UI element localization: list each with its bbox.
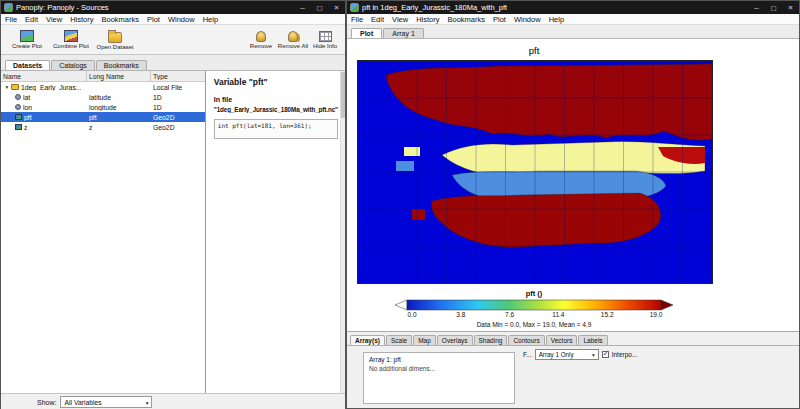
table-empty-area: [1, 132, 205, 393]
open-dataset-icon: [108, 32, 122, 43]
tab-datasets[interactable]: Datasets: [5, 60, 50, 70]
row-name: z: [24, 124, 27, 131]
sources-toolbar: Create Plot Combine Plot Open Dataset Re…: [1, 25, 345, 55]
scrollbar[interactable]: [340, 71, 345, 393]
plot-controls-tabs: Array(s) Scale Map Overlays Shading Cont…: [347, 332, 799, 346]
paleogeography-map: [358, 61, 712, 283]
land-island: [396, 161, 414, 171]
menu-window[interactable]: Window: [164, 15, 199, 24]
variable-1d-icon: [15, 104, 21, 110]
combine-plot-button[interactable]: Combine Plot: [49, 30, 93, 49]
colorbar-block: pft (): [357, 289, 711, 328]
right-titlebar[interactable]: pft in 1deg_Early_Jurassic_180Ma_with_pf…: [347, 1, 799, 14]
plot-controls-panel: Array(s) Scale Map Overlays Shading Cont…: [347, 331, 799, 408]
table-row-z[interactable]: z z Geo2D: [1, 122, 205, 132]
array-dimensions-info: No additional dimens...: [369, 365, 509, 372]
show-variables-select[interactable]: All Variables: [60, 396, 152, 408]
maximize-icon[interactable]: ▢: [311, 1, 328, 14]
remove-icon: [256, 31, 266, 42]
tab-vectors[interactable]: Vectors: [546, 335, 578, 345]
menu-history[interactable]: History: [66, 15, 97, 24]
menu-file[interactable]: File: [1, 15, 21, 24]
hide-info-label: Hide Info: [313, 43, 337, 49]
tab-plot[interactable]: Plot: [351, 28, 382, 38]
tick-label: 7.6: [498, 311, 522, 318]
land-band-yellow: [442, 141, 705, 174]
tab-contours[interactable]: Contours: [508, 335, 544, 345]
folder-icon: [11, 84, 19, 90]
menu-help[interactable]: Help: [199, 15, 222, 24]
maximize-icon[interactable]: ▢: [765, 1, 782, 14]
sources-footer: Show: All Variables: [1, 393, 345, 409]
map-plot[interactable]: [357, 60, 713, 284]
variable-declaration[interactable]: int pft(lat=181, lon=361);: [214, 119, 338, 139]
menu-view[interactable]: View: [388, 15, 412, 24]
remove-button[interactable]: Remove: [245, 31, 277, 49]
row-long-name: z: [87, 124, 151, 131]
create-plot-button[interactable]: Create Plot: [5, 30, 49, 49]
tab-arrays[interactable]: Array(s): [350, 335, 385, 345]
tab-labels[interactable]: Labels: [578, 335, 607, 345]
interpolate-checkbox[interactable]: [602, 351, 609, 358]
sources-window: Panoply: Panoply - Sources ─ ▢ ✕ File Ed…: [0, 0, 346, 409]
row-name: lon: [23, 104, 32, 111]
minimize-icon[interactable]: ─: [294, 1, 311, 14]
menu-window[interactable]: Window: [510, 15, 545, 24]
create-plot-icon: [20, 30, 34, 42]
dataset-filename: "1deg_Early_Jurassic_180Ma_with_pft.nc": [214, 106, 338, 113]
menu-view[interactable]: View: [42, 15, 66, 24]
tab-map[interactable]: Map: [413, 335, 436, 345]
menu-plot[interactable]: Plot: [489, 15, 510, 24]
left-window-controls: ─ ▢ ✕: [294, 1, 345, 14]
menu-edit[interactable]: Edit: [21, 15, 42, 24]
land-island: [412, 209, 425, 220]
right-menubar: File Edit View History Bookmarks Plot Wi…: [347, 14, 799, 25]
menu-file[interactable]: File: [347, 15, 367, 24]
column-header-long-name[interactable]: Long Name: [87, 71, 151, 81]
hide-info-button[interactable]: Hide Info: [309, 31, 341, 49]
open-dataset-button[interactable]: Open Dataset: [93, 30, 137, 50]
array-mode-select[interactable]: Array 1 Only: [535, 349, 599, 360]
colorbar-ticks: 0.0 3.8 7.6 11.4 15.2 19.0: [400, 311, 668, 318]
tab-array-1[interactable]: Array 1: [383, 28, 424, 38]
column-header-type[interactable]: Type: [151, 73, 205, 80]
row-type: Local File: [151, 84, 205, 91]
table-row-lat[interactable]: lat latitude 1D: [1, 92, 205, 102]
tab-bookmarks[interactable]: Bookmarks: [96, 60, 147, 70]
create-plot-label: Create Plot: [12, 43, 42, 49]
tab-catalogs[interactable]: Catalogs: [51, 60, 95, 70]
table-row-dataset[interactable]: 1deg_Early_Juras... Local File: [1, 82, 205, 92]
close-icon[interactable]: ✕: [782, 1, 799, 14]
tick-label: 3.8: [449, 311, 473, 318]
tab-overlays[interactable]: Overlays: [437, 335, 473, 345]
chevron-down-icon: [592, 351, 595, 358]
table-header: Name Long Name Type: [1, 71, 205, 82]
menu-edit[interactable]: Edit: [367, 15, 388, 24]
tab-shading[interactable]: Shading: [474, 335, 508, 345]
menu-bookmarks[interactable]: Bookmarks: [444, 15, 490, 24]
column-header-name[interactable]: Name: [1, 71, 87, 81]
menu-help[interactable]: Help: [545, 15, 568, 24]
row-name: lat: [23, 94, 30, 101]
colorbar: [394, 299, 674, 311]
left-titlebar[interactable]: Panoply: Panoply - Sources ─ ▢ ✕: [1, 1, 345, 14]
minimize-icon[interactable]: ─: [748, 1, 765, 14]
variable-geo2d-icon: [15, 124, 22, 130]
remove-all-button[interactable]: Remove All: [277, 31, 309, 49]
close-icon[interactable]: ✕: [328, 1, 345, 14]
plot-title: pft: [357, 45, 711, 56]
combine-plot-label: Combine Plot: [53, 43, 89, 49]
array-list[interactable]: Array 1: pft No additional dimens...: [363, 352, 515, 404]
dataset-tree-table: Name Long Name Type 1deg_Early_Juras... …: [1, 71, 206, 393]
scrollbar-thumb[interactable]: [341, 72, 345, 118]
left-window-title: Panoply: Panoply - Sources: [16, 3, 109, 12]
menu-bookmarks[interactable]: Bookmarks: [98, 15, 144, 24]
menu-plot[interactable]: Plot: [143, 15, 164, 24]
combine-plot-icon: [64, 30, 78, 42]
table-row-lon[interactable]: lon longitude 1D: [1, 102, 205, 112]
tick-label: 19.0: [644, 311, 668, 318]
tab-scale[interactable]: Scale: [386, 335, 412, 345]
table-row-pft[interactable]: pft pft Geo2D: [1, 112, 205, 122]
menu-history[interactable]: History: [412, 15, 443, 24]
tree-expander-icon[interactable]: [3, 84, 11, 90]
